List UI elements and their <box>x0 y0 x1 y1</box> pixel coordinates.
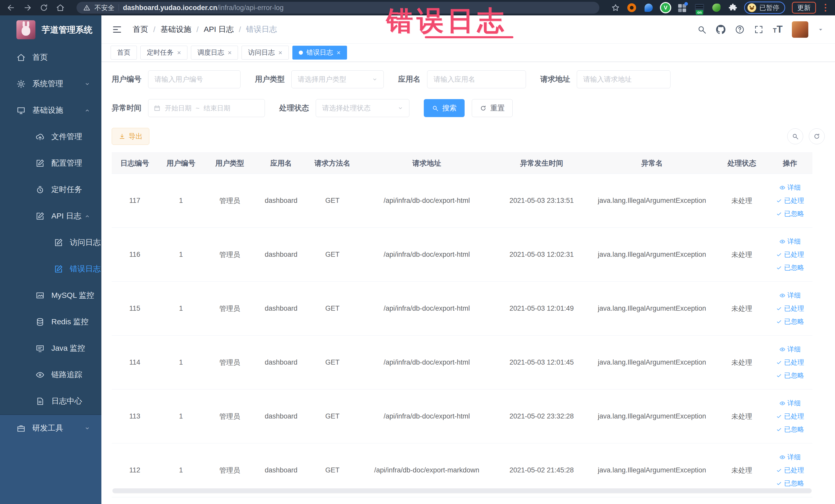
url-host: dashboard.yudao.iocoder.cn <box>123 4 218 12</box>
sidebar-item-研发工具[interactable]: 研发工具 <box>0 415 101 441</box>
process-status-label: 处理状态 <box>279 103 309 113</box>
action-已忽略-link[interactable]: 已忽略 <box>776 317 804 326</box>
cell-url: /api/infra/db-doc/export-markdown <box>358 466 495 474</box>
tab-首页[interactable]: 首页 <box>110 46 137 60</box>
action-已忽略-link[interactable]: 已忽略 <box>776 263 804 272</box>
tab-label: 调度日志 <box>197 48 224 57</box>
sidebar-item-Java 监控[interactable]: Java 监控 <box>0 335 101 362</box>
horizontal-scrollbar[interactable] <box>113 488 812 493</box>
action-详细-link[interactable]: 详细 <box>779 183 801 192</box>
process-status-select[interactable] <box>316 99 409 117</box>
export-button[interactable]: 导出 <box>111 128 149 145</box>
action-详细-link[interactable]: 详细 <box>779 399 801 408</box>
extension-blue-shield-icon[interactable] <box>644 3 654 13</box>
search-icon[interactable] <box>697 25 707 35</box>
font-size-icon[interactable]: TT <box>773 24 782 35</box>
browser-update-button[interactable]: 更新 <box>792 2 816 14</box>
user-type-select[interactable] <box>291 70 384 88</box>
browser-forward-icon[interactable] <box>23 3 32 12</box>
browser-reload-icon[interactable] <box>40 3 48 12</box>
action-已处理-link[interactable]: 已处理 <box>776 250 804 259</box>
extension-green-leaf-icon[interactable] <box>711 3 721 13</box>
exception-time-range-picker[interactable]: 开始日期 ~ 结束日期 <box>148 99 265 117</box>
close-tab-icon[interactable]: × <box>228 49 231 56</box>
close-tab-icon[interactable]: × <box>337 49 341 56</box>
close-tab-icon[interactable]: × <box>278 49 282 56</box>
request-url-input[interactable] <box>577 70 670 88</box>
action-已忽略-link[interactable]: 已忽略 <box>776 479 804 488</box>
action-已处理-link[interactable]: 已处理 <box>776 304 804 313</box>
user-menu-caret-icon[interactable] <box>817 26 824 33</box>
browser-menu-kebab-icon[interactable] <box>823 3 828 13</box>
cell-id: 112 <box>111 466 158 474</box>
sidebar-item-API 日志[interactable]: API 日志 <box>0 203 101 229</box>
sidebar-item-Redis 监控[interactable]: Redis 监控 <box>0 309 101 335</box>
sidebar-collapse-icon[interactable] <box>111 24 122 35</box>
user-avatar[interactable] <box>792 21 808 38</box>
sidebar-item-首页[interactable]: 首页 <box>0 44 101 70</box>
sidebar-item-MySQL 监控[interactable]: MySQL 监控 <box>0 282 101 309</box>
sidebar-item-定时任务[interactable]: 定时任务 <box>0 176 101 203</box>
action-已处理-link[interactable]: 已处理 <box>776 196 804 205</box>
sidebar-item-链路追踪[interactable]: 链路追踪 <box>0 362 101 388</box>
action-已忽略-link[interactable]: 已忽略 <box>776 371 804 380</box>
tab-错误日志[interactable]: 错误日志× <box>292 46 347 60</box>
cell-method: GET <box>307 197 358 205</box>
action-已处理-link[interactable]: 已处理 <box>776 466 804 475</box>
search-icon <box>432 105 439 112</box>
action-详细-link[interactable]: 详细 <box>779 237 801 246</box>
cell-url: /api/infra/db-doc/export-html <box>358 197 495 205</box>
browser-home-icon[interactable] <box>56 3 65 12</box>
sidebar-item-文件管理[interactable]: 文件管理 <box>0 123 101 150</box>
breadcrumb-infra[interactable]: 基础设施 <box>160 24 191 35</box>
user-id-input[interactable] <box>148 70 241 88</box>
breadcrumb-home[interactable]: 首页 <box>133 24 148 35</box>
extension-orange-icon[interactable] <box>627 3 637 13</box>
app-name-input[interactable] <box>427 70 526 88</box>
help-icon[interactable] <box>735 25 745 35</box>
date-range-separator: ~ <box>196 104 200 112</box>
github-icon[interactable] <box>716 25 726 35</box>
action-详细-link[interactable]: 详细 <box>779 291 801 300</box>
sidebar-item-配置管理[interactable]: 配置管理 <box>0 150 101 176</box>
action-已忽略-link[interactable]: 已忽略 <box>776 209 804 218</box>
refresh-table-button[interactable] <box>809 128 825 144</box>
search-button[interactable]: 搜索 <box>424 99 465 117</box>
sidebar-item-日志中心[interactable]: 日志中心 <box>0 388 101 415</box>
breadcrumb-api-log[interactable]: API 日志 <box>204 24 234 35</box>
action-已处理-link[interactable]: 已处理 <box>776 412 804 421</box>
app-logo-avatar <box>16 20 36 39</box>
extension-on-badge-icon[interactable]: on <box>694 3 705 13</box>
action-详细-link[interactable]: 详细 <box>779 452 801 462</box>
toggle-search-button[interactable] <box>787 128 803 144</box>
tab-定时任务[interactable]: 定时任务× <box>140 46 187 60</box>
action-已处理-link[interactable]: 已处理 <box>776 358 804 367</box>
app-logo-row[interactable]: 芋道管理系统 <box>0 15 101 44</box>
sidebar-item-错误日志[interactable]: 错误日志 <box>0 256 101 282</box>
extension-green-v-icon[interactable]: V <box>660 3 671 13</box>
sidebar-item-label: 首页 <box>32 52 48 63</box>
sidebar-item-基础设施[interactable]: 基础设施 <box>0 97 101 123</box>
tab-访问日志[interactable]: 访问日志× <box>242 46 288 60</box>
browser-back-icon[interactable] <box>7 3 15 12</box>
tab-调度日志[interactable]: 调度日志× <box>191 46 238 60</box>
cell-time: 2021-05-02 23:32:28 <box>495 412 588 420</box>
action-已忽略-link[interactable]: 已忽略 <box>776 425 804 434</box>
extension-grid-icon[interactable] <box>677 3 688 13</box>
cell-id: 113 <box>111 412 158 420</box>
profile-paused-badge[interactable]: 已暂停 <box>744 2 785 14</box>
sidebar-item-访问日志[interactable]: 访问日志 <box>0 229 101 256</box>
bookmark-star-icon[interactable] <box>611 3 620 12</box>
fullscreen-icon[interactable] <box>754 25 763 35</box>
column-header-操作: 操作 <box>768 158 812 168</box>
address-bar[interactable]: 不安全 dashboard.yudao.iocoder.cn/infra/log… <box>77 2 599 14</box>
cell-actions: 详细已处理已忽略 <box>768 237 812 272</box>
url-path: /infra/log/api-error-log <box>218 4 284 12</box>
close-tab-icon[interactable]: × <box>177 49 181 56</box>
reset-button[interactable]: 重置 <box>472 99 513 117</box>
check <box>776 211 782 217</box>
extensions-puzzle-icon[interactable] <box>728 3 737 12</box>
cell-exception: java.lang.IllegalArgumentException <box>588 304 716 313</box>
action-详细-link[interactable]: 详细 <box>779 345 801 354</box>
sidebar-item-系统管理[interactable]: 系统管理 <box>0 70 101 97</box>
